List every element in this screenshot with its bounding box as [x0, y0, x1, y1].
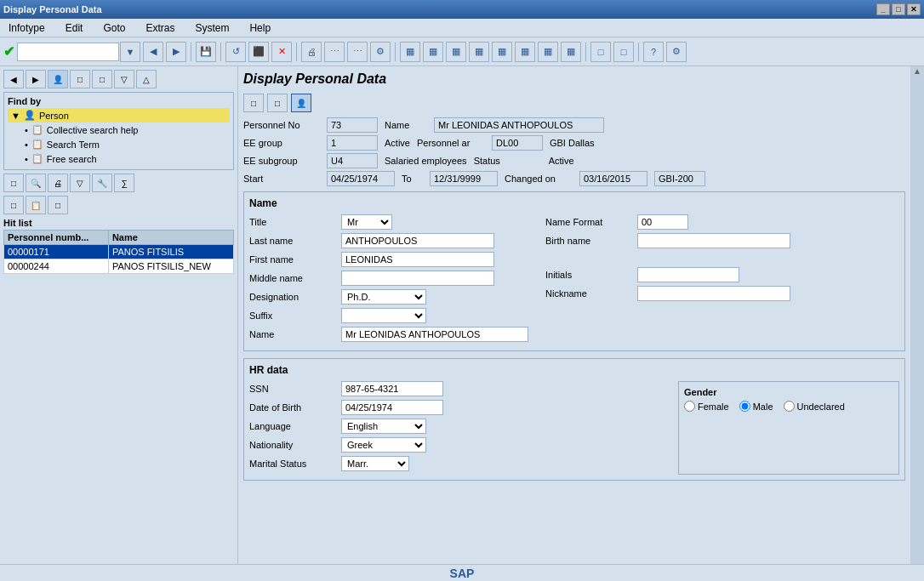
- tree-free-search[interactable]: • 📋 Free search: [8, 151, 230, 166]
- language-select[interactable]: English German French: [341, 419, 426, 434]
- row2-name: PANOS FITSILIS_NEW: [108, 259, 233, 274]
- name-value[interactable]: [434, 117, 604, 133]
- first-name-row: First name: [249, 252, 528, 267]
- act-btn8[interactable]: 📋: [26, 196, 46, 214]
- undeclared-radio-item[interactable]: Undeclared: [784, 401, 845, 412]
- tb-btn1[interactable]: ▦: [400, 42, 420, 62]
- ee-group-value[interactable]: [327, 135, 378, 151]
- help-btn[interactable]: ?: [643, 42, 664, 62]
- tb-btn2[interactable]: ▦: [423, 42, 443, 62]
- to-value[interactable]: [430, 171, 498, 186]
- male-radio[interactable]: [739, 401, 750, 412]
- female-radio[interactable]: [684, 401, 695, 412]
- title-select[interactable]: Mr Ms Dr: [341, 214, 392, 230]
- title-icon2[interactable]: □: [267, 94, 288, 112]
- middle-name-input[interactable]: [341, 271, 494, 286]
- settings2-btn[interactable]: ⚙: [666, 42, 687, 62]
- check-icon: ✔: [3, 43, 14, 60]
- name-row: Name: [249, 327, 528, 342]
- act-btn1[interactable]: □: [3, 174, 24, 192]
- birth-name-input[interactable]: [637, 233, 790, 248]
- initials-input[interactable]: [637, 267, 739, 282]
- tree-person[interactable]: ▼ 👤 Person: [8, 108, 230, 122]
- menu-system[interactable]: System: [191, 20, 232, 36]
- nav-prev-btn[interactable]: ◀: [3, 70, 24, 88]
- back-btn[interactable]: ◀: [143, 42, 163, 62]
- menu-help[interactable]: Help: [246, 20, 274, 36]
- changed-on-value[interactable]: [579, 171, 647, 186]
- menu-bar: Infotype Edit Goto Extras System Help: [0, 19, 924, 37]
- minimize-button[interactable]: _: [876, 3, 890, 15]
- female-radio-item[interactable]: Female: [684, 401, 729, 412]
- name-format-input[interactable]: [637, 214, 688, 230]
- personnel-no-value[interactable]: [327, 117, 378, 133]
- dob-input[interactable]: [341, 400, 443, 415]
- forward-btn[interactable]: ▶: [166, 42, 186, 62]
- ee-subgroup-value[interactable]: [327, 153, 378, 168]
- title-icon3[interactable]: 👤: [291, 94, 311, 112]
- suffix-select[interactable]: Jr Sr: [341, 308, 426, 323]
- last-name-input[interactable]: [341, 233, 494, 248]
- designation-select[interactable]: Ph.D. MBA: [341, 289, 426, 305]
- nav-person-btn[interactable]: 👤: [48, 70, 68, 88]
- full-name-input[interactable]: [341, 327, 528, 342]
- designation-label: Designation: [249, 292, 334, 302]
- nickname-label: Nickname: [545, 288, 630, 299]
- tree-search-term[interactable]: • 📋 Search Term: [8, 137, 230, 151]
- ssn-input[interactable]: [341, 381, 443, 396]
- find-btn[interactable]: ⋯: [324, 42, 345, 62]
- print-btn[interactable]: 🖨: [301, 42, 322, 62]
- cancel-btn[interactable]: ✕: [271, 42, 292, 62]
- act-btn6[interactable]: ∑: [114, 174, 134, 192]
- title-icon1[interactable]: □: [243, 94, 264, 112]
- tb-btn6[interactable]: ▦: [515, 42, 535, 62]
- start-value[interactable]: [327, 171, 395, 186]
- nickname-input[interactable]: [637, 286, 790, 301]
- settings-btn[interactable]: ⚙: [370, 42, 391, 62]
- personnel-ar-value[interactable]: [492, 135, 543, 151]
- marital-status-select[interactable]: Marr. Single Divorced: [341, 456, 409, 471]
- close-button[interactable]: ✕: [907, 3, 921, 15]
- menu-goto[interactable]: Goto: [100, 20, 128, 36]
- act-btn9[interactable]: □: [48, 196, 68, 214]
- name-left-col: Title Mr Ms Dr Last name First name: [249, 214, 528, 345]
- tb-btn4[interactable]: ▦: [469, 42, 489, 62]
- tb-btn3[interactable]: ▦: [446, 42, 466, 62]
- male-radio-item[interactable]: Male: [739, 401, 773, 412]
- nav-up-btn[interactable]: △: [136, 70, 157, 88]
- tb-btn10[interactable]: □: [613, 42, 634, 62]
- tb-btn9[interactable]: □: [590, 42, 611, 62]
- act-btn3[interactable]: 🖨: [48, 174, 68, 192]
- save-btn[interactable]: 💾: [196, 42, 216, 62]
- first-name-input[interactable]: [341, 252, 494, 267]
- stop-btn[interactable]: ⬛: [248, 42, 269, 62]
- tb-btn5[interactable]: ▦: [492, 42, 512, 62]
- maximize-button[interactable]: □: [892, 3, 905, 15]
- scroll-bar[interactable]: ▲: [910, 66, 924, 564]
- nav-filter-btn[interactable]: ▽: [114, 70, 134, 88]
- menu-edit[interactable]: Edit: [62, 20, 87, 36]
- menu-extras[interactable]: Extras: [142, 20, 178, 36]
- act-btn4[interactable]: ▽: [70, 174, 90, 192]
- refresh-btn[interactable]: ↺: [225, 42, 246, 62]
- gender-radio-group: Female Male Undeclared: [684, 401, 893, 412]
- combo-dropdown-btn[interactable]: ▼: [120, 42, 140, 62]
- changed-on-code[interactable]: [654, 171, 705, 186]
- nav-btn5[interactable]: □: [92, 70, 112, 88]
- table-row[interactable]: 00000244 PANOS FITSILIS_NEW: [4, 259, 234, 274]
- nav-next-btn[interactable]: ▶: [26, 70, 46, 88]
- menu-infotype[interactable]: Infotype: [5, 20, 48, 36]
- act-btn2[interactable]: 🔍: [26, 174, 46, 192]
- act-btn7[interactable]: □: [3, 196, 24, 214]
- nav-btn4[interactable]: □: [70, 70, 90, 88]
- toolbar-input[interactable]: [17, 43, 119, 61]
- act-btn5[interactable]: 🔧: [92, 174, 112, 192]
- tb-btn8[interactable]: ▦: [561, 42, 581, 62]
- table-row[interactable]: 00000171 PANOS FITSILIS: [4, 245, 234, 259]
- nationality-select[interactable]: Greek American German: [341, 437, 426, 453]
- undeclared-radio[interactable]: [784, 401, 795, 412]
- tb-btn7[interactable]: ▦: [538, 42, 558, 62]
- find-next-btn[interactable]: ⋯: [347, 42, 368, 62]
- changed-on-label: Changed on: [505, 174, 573, 184]
- tree-collective-search[interactable]: • 📋 Collective search help: [8, 122, 230, 137]
